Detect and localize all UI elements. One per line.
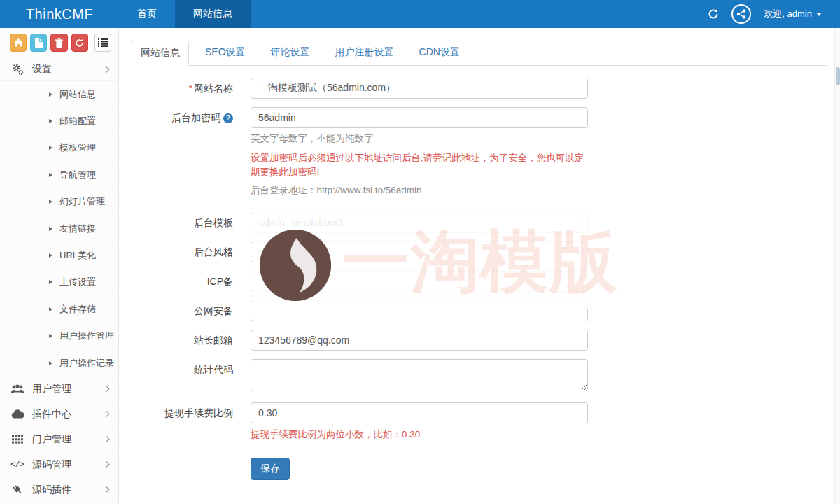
chevron-right-icon xyxy=(103,436,110,443)
sidebar-group-label: 设置 xyxy=(32,63,52,76)
chevron-right-icon xyxy=(103,486,110,493)
sidebar-group-label: 插件中心 xyxy=(32,408,71,421)
scrollbar-thumb[interactable] xyxy=(836,67,840,85)
withdraw-fee-error-text: 提现手续费比例为两位小数，比如：0.30 xyxy=(251,428,588,441)
icp-input[interactable] xyxy=(251,271,588,292)
tab-comment-settings[interactable]: 评论设置 xyxy=(262,40,319,65)
header-right: 欢迎, admin xyxy=(708,0,840,28)
save-button[interactable]: 保存 xyxy=(251,458,290,480)
file-button[interactable] xyxy=(30,34,47,52)
tab-site-info[interactable]: 网站信息 xyxy=(132,41,189,66)
admin-email-input[interactable] xyxy=(251,330,588,351)
form-row-withdraw-fee: 提现手续费比例 提现手续费比例为两位小数，比如：0.30 xyxy=(132,402,827,441)
form-row-icp: ICP备 xyxy=(132,271,827,292)
content-tabs: 网站信息 SEO设置 评论设置 用户注册设置 CDN设置 xyxy=(132,42,827,66)
main-content: 网站信息 SEO设置 评论设置 用户注册设置 CDN设置 *网站名称 后台加密码… xyxy=(119,28,834,504)
field-label: 后台风格 xyxy=(132,241,251,262)
tab-user-register-settings[interactable]: 用户注册设置 xyxy=(326,40,403,65)
public-security-input[interactable] xyxy=(251,300,588,321)
sidebar-item-label: 网站信息 xyxy=(59,88,96,101)
topnav-item-home[interactable]: 首页 xyxy=(119,0,175,28)
site-name-input[interactable] xyxy=(251,78,588,99)
triangle-marker-icon xyxy=(49,200,52,204)
sidebar-item-label: URL美化 xyxy=(59,249,96,262)
form-row-admin-template: 后台模板 xyxy=(132,212,827,233)
code-icon: </> xyxy=(10,461,25,469)
tab-cdn-settings[interactable]: CDN设置 xyxy=(410,40,469,65)
topnav-item-site-info[interactable]: 网站信息 xyxy=(175,0,251,28)
brand-logo[interactable]: ThinkCMF xyxy=(0,0,119,28)
field-label: 公网安备 xyxy=(132,300,251,321)
sidebar-item-friendly-links[interactable]: 友情链接 xyxy=(0,216,118,242)
sidebar-item-upload-settings[interactable]: 上传设置 xyxy=(0,270,118,296)
analytics-code-textarea[interactable] xyxy=(251,359,588,391)
admin-password-input[interactable] xyxy=(251,107,588,128)
sidebar-toolbar xyxy=(0,28,118,56)
required-mark: * xyxy=(189,83,192,94)
field-label: 后台加密码? xyxy=(132,107,251,197)
sidebar-item-label: 邮箱配置 xyxy=(59,115,96,127)
form-row-save: 保存 xyxy=(132,458,827,480)
top-nav: 首页 网站信息 xyxy=(119,0,251,28)
sidebar-group-settings[interactable]: 设置 xyxy=(0,58,118,81)
sidebar-item-label: 友情链接 xyxy=(59,223,96,235)
trash-button[interactable] xyxy=(50,34,67,52)
clear-cache-button[interactable] xyxy=(71,34,88,52)
sidebar-item-url-beautify[interactable]: URL美化 xyxy=(0,242,118,269)
login-address-text: 后台登录地址：http://www.fsl.to/56admin xyxy=(251,184,588,197)
refresh-icon[interactable] xyxy=(708,8,719,20)
chevron-right-icon xyxy=(103,461,110,468)
triangle-marker-icon xyxy=(49,92,52,97)
form-row-public-security: 公网安备 xyxy=(132,300,827,321)
avatar[interactable] xyxy=(732,4,751,24)
triangle-marker-icon xyxy=(49,361,52,365)
sidebar-item-label: 幻灯片管理 xyxy=(59,195,105,208)
home-button[interactable] xyxy=(10,34,27,52)
field-label: 统计代码 xyxy=(132,359,251,394)
sidebar-item-site-info[interactable]: 网站信息 xyxy=(0,81,118,108)
sidebar-item-nav-manage[interactable]: 导航管理 xyxy=(0,162,118,188)
list-toggle-button[interactable] xyxy=(94,34,111,52)
caret-down-icon xyxy=(816,13,822,16)
users-icon xyxy=(10,384,25,394)
sidebar-item-label: 用户操作管理 xyxy=(59,330,114,342)
sidebar-item-user-action-manage[interactable]: 用户操作管理 xyxy=(0,323,118,350)
field-label: ICP备 xyxy=(132,271,251,292)
tab-seo-settings[interactable]: SEO设置 xyxy=(196,40,255,65)
form-row-admin-password: 后台加密码? 英文字母数字，不能为纯数字 设置加密码后必须通过以下地址访问后台,… xyxy=(132,107,827,197)
sidebar-group-label: 源码插件 xyxy=(32,484,71,496)
sidebar-item-user-action-log[interactable]: 用户操作记录 xyxy=(0,350,118,377)
withdraw-fee-input[interactable] xyxy=(251,402,588,424)
help-icon[interactable]: ? xyxy=(223,113,233,123)
sidebar-group-label: 源码管理 xyxy=(32,458,71,471)
form-row-admin-email: 站长邮箱 xyxy=(132,330,827,351)
chevron-right-icon xyxy=(103,386,110,393)
sidebar-item-file-storage[interactable]: 文件存储 xyxy=(0,296,118,323)
sidebar-group-user-manage[interactable]: 用户管理 xyxy=(0,377,118,402)
password-warning-text: 设置加密码后必须通过以下地址访问后台,请劳记此地址，为了安全，您也可以定期更换此… xyxy=(251,151,587,179)
sidebar-item-slideshow-manage[interactable]: 幻灯片管理 xyxy=(0,189,118,216)
sidebar-group-label: 用户管理 xyxy=(32,383,71,396)
sidebar-item-template-manage[interactable]: 模板管理 xyxy=(0,135,118,162)
sidebar-item-mailbox-config[interactable]: 邮箱配置 xyxy=(0,108,118,134)
field-label: 提现手续费比例 xyxy=(132,402,251,441)
sidebar-group-plugin-center[interactable]: 插件中心 xyxy=(0,402,118,427)
field-label: *网站名称 xyxy=(132,78,251,99)
sidebar-group-source-plugin[interactable]: 源码插件 xyxy=(0,477,118,503)
admin-style-select[interactable] xyxy=(251,241,588,262)
grid-icon xyxy=(10,435,25,444)
sidebar-group-portal-manage[interactable]: 门户管理 xyxy=(0,427,118,452)
admin-template-select[interactable] xyxy=(251,212,588,233)
form-row-site-name: *网站名称 xyxy=(132,78,827,99)
cloud-icon xyxy=(10,410,25,419)
triangle-marker-icon xyxy=(49,227,52,231)
page-scrollbar[interactable] xyxy=(834,28,840,504)
form-row-admin-style: 后台风格 xyxy=(132,241,827,262)
sidebar-item-label: 文件存储 xyxy=(59,303,96,316)
triangle-marker-icon xyxy=(49,307,52,312)
sidebar-group-source-manage[interactable]: </> 源码管理 xyxy=(0,452,118,477)
user-menu[interactable]: 欢迎, admin xyxy=(764,8,822,20)
gears-icon xyxy=(10,63,25,76)
sidebar: 设置 网站信息 邮箱配置 模板管理 导航管理 幻灯片管理 友情链接 URL美化 … xyxy=(0,28,119,504)
triangle-marker-icon xyxy=(49,280,52,284)
